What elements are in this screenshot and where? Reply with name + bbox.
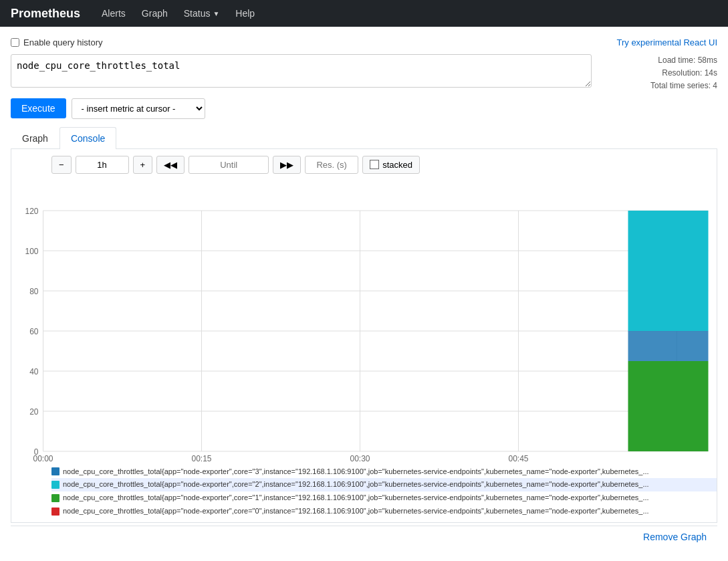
y-label-60: 60 <box>29 327 39 336</box>
tab-content: − + ◀◀ ▶▶ stacked 0 20 40 60 80 100 120 <box>11 149 717 523</box>
graph-controls: − + ◀◀ ▶▶ stacked <box>11 149 717 181</box>
legend-item-2: node_cpu_core_throttles_total{app="node-… <box>51 491 717 505</box>
tabs: Graph Console <box>11 127 717 149</box>
legend-item-0: node_cpu_core_throttles_total{app="node-… <box>51 465 717 479</box>
y-label-120: 120 <box>25 207 38 216</box>
tab-graph[interactable]: Graph <box>11 127 59 149</box>
query-input[interactable]: node_cpu_core_throttles_total <box>11 54 592 88</box>
y-label-20: 20 <box>29 407 39 417</box>
prev-time-button[interactable]: ◀◀ <box>156 156 185 174</box>
remove-graph-button[interactable]: Remove Graph <box>643 532 707 542</box>
tab-console[interactable]: Console <box>59 127 116 149</box>
total-series-stat: Total time series: 4 <box>597 80 717 92</box>
x-label-0000: 00:00 <box>33 454 53 461</box>
legend-label-0: node_cpu_core_throttles_total{app="node-… <box>63 465 649 479</box>
legend-color-0 <box>51 467 59 475</box>
y-label-100: 100 <box>25 247 38 256</box>
chart-container: 0 20 40 60 80 100 120 <box>11 181 717 461</box>
nav-status-dropdown[interactable]: Status ▼ <box>176 0 228 27</box>
bar-series-2 <box>628 361 709 451</box>
react-ui-link[interactable]: Try experimental React UI <box>616 37 717 47</box>
time-range-input[interactable] <box>76 156 129 174</box>
bottom-bar: Remove Graph <box>11 526 717 548</box>
legend: node_cpu_core_throttles_total{app="node-… <box>11 461 717 522</box>
nav-alerts[interactable]: Alerts <box>94 0 134 27</box>
stacked-checkbox-icon <box>370 160 379 169</box>
nav-status[interactable]: Status ▼ <box>176 0 228 27</box>
execute-button[interactable]: Execute <box>11 98 66 118</box>
stacked-button[interactable]: stacked <box>362 156 420 174</box>
legend-label-1: node_cpu_core_throttles_total{app="node-… <box>63 478 649 491</box>
chart-svg: 0 20 40 60 80 100 120 <box>11 181 717 461</box>
legend-item-3: node_cpu_core_throttles_total{app="node-… <box>51 505 717 518</box>
resolution-stat: Resolution: 14s <box>597 67 717 80</box>
until-input[interactable] <box>189 156 269 174</box>
history-checkbox[interactable] <box>11 38 19 47</box>
bar-series-1 <box>628 211 709 331</box>
zoom-out-button[interactable]: − <box>51 156 72 174</box>
legend-color-1 <box>51 481 59 489</box>
legend-label-2: node_cpu_core_throttles_total{app="node-… <box>63 491 649 505</box>
stacked-label: stacked <box>382 160 412 170</box>
execute-row: Execute - insert metric at cursor - <box>11 98 717 119</box>
x-label-0015: 00:15 <box>191 454 211 461</box>
resolution-input[interactable] <box>305 156 358 174</box>
bar-series-0 <box>628 331 709 361</box>
next-time-button[interactable]: ▶▶ <box>273 156 301 174</box>
dropdown-arrow-icon: ▼ <box>213 10 219 17</box>
nav-help[interactable]: Help <box>227 0 263 27</box>
x-label-0030: 00:30 <box>350 454 370 461</box>
brand-link[interactable]: Prometheus <box>11 7 80 21</box>
legend-color-2 <box>51 494 59 502</box>
legend-item-1: node_cpu_core_throttles_total{app="node-… <box>51 478 717 491</box>
y-label-40: 40 <box>29 367 39 376</box>
metric-select[interactable]: - insert metric at cursor - <box>72 98 205 119</box>
history-row: Enable query history Try experimental Re… <box>11 37 717 47</box>
navbar: Prometheus Alerts Graph Status ▼ Help <box>0 0 728 27</box>
zoom-in-button[interactable]: + <box>133 156 153 174</box>
legend-label-3: node_cpu_core_throttles_total{app="node-… <box>63 505 649 518</box>
nav-graph[interactable]: Graph <box>134 0 176 27</box>
y-label-80: 80 <box>29 287 39 296</box>
legend-color-3 <box>51 508 59 516</box>
x-label-0045: 00:45 <box>508 454 528 461</box>
load-time-stat: Load time: 58ms <box>597 54 717 67</box>
history-label[interactable]: Enable query history <box>11 37 103 47</box>
stats-panel: Load time: 58ms Resolution: 14s Total ti… <box>597 54 717 93</box>
main-content: Enable query history Try experimental Re… <box>0 27 728 558</box>
